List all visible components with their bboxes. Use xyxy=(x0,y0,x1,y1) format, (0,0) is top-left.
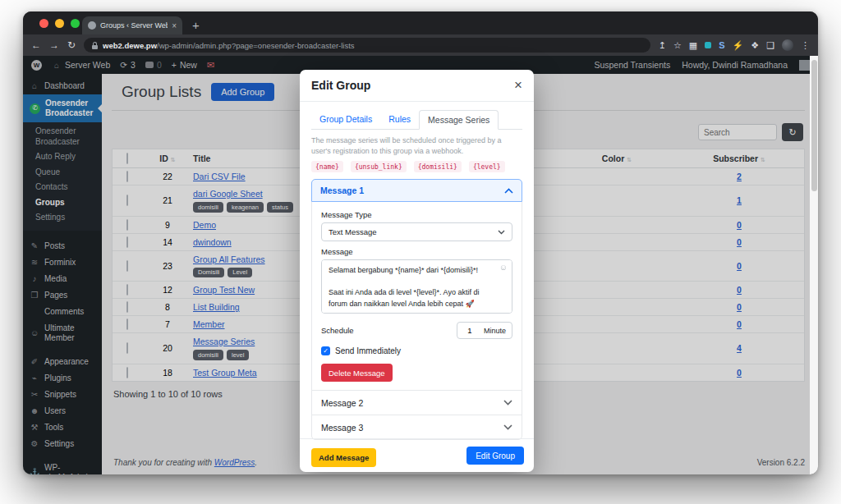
modal-body: Group Details Rules Message Series The m… xyxy=(300,102,534,438)
tab-message-series[interactable]: Message Series xyxy=(419,110,499,130)
extension-s-icon[interactable]: S xyxy=(719,40,724,50)
message-type-label: Message Type xyxy=(321,210,512,219)
tag-unsub-link[interactable]: {unsub_link} xyxy=(351,161,407,172)
window-controls xyxy=(39,19,80,28)
placeholder-tags: {name} {unsub_link} {domisili} {level} xyxy=(311,161,522,172)
side-panel-icon[interactable]: ❑ xyxy=(766,40,774,51)
message-2-title: Message 2 xyxy=(321,398,363,408)
chevron-down-icon xyxy=(503,400,512,405)
modal-header: Edit Group × xyxy=(300,70,534,102)
minimize-window-button[interactable] xyxy=(55,19,64,28)
schedule-unit[interactable]: Minute xyxy=(482,327,512,335)
tag-name[interactable]: {name} xyxy=(311,161,343,172)
url-path: /wp-admin/admin.php?page=onesender-broad… xyxy=(157,41,355,50)
modal-title: Edit Group xyxy=(311,79,370,92)
schedule-label: Schedule xyxy=(321,326,354,335)
tab-close-icon[interactable]: × xyxy=(172,21,177,30)
tag-domisili[interactable]: {domisili} xyxy=(414,161,462,172)
message-textarea[interactable]: Selamat bergabung *{name}* dari *{domisi… xyxy=(321,259,512,314)
schedule-control: Minute xyxy=(457,322,512,339)
send-immediately-label: Send Immediately xyxy=(335,346,401,355)
extension-bolt-icon[interactable]: ⚡ xyxy=(733,40,744,51)
tab-favicon-icon xyxy=(88,21,96,30)
tag-level[interactable]: {level} xyxy=(469,161,505,172)
close-icon[interactable]: × xyxy=(514,80,522,91)
browser-tabstrip: Groups ‹ Server Web — WordP × + xyxy=(23,11,818,34)
screen: Groups ‹ Server Web — WordP × + ← → ↻ we… xyxy=(0,0,841,504)
message-1-body: Message Type Text Message Message Selama… xyxy=(312,202,522,390)
new-tab-button[interactable]: + xyxy=(192,19,200,31)
emoji-picker-icon[interactable]: ☺ xyxy=(499,263,508,272)
close-window-button[interactable] xyxy=(39,19,48,28)
profile-avatar[interactable] xyxy=(782,39,793,51)
browser-window: Groups ‹ Server Web — WordP × + ← → ↻ we… xyxy=(23,11,818,474)
message-1-title: Message 1 xyxy=(320,186,364,195)
message-1-header[interactable]: Message 1 xyxy=(311,179,522,202)
series-description: The message series will be scheduled onc… xyxy=(311,135,522,156)
address-bar[interactable]: web2.dewe.pw/wp-admin/admin.php?page=one… xyxy=(84,38,650,53)
scrollbar-thumb[interactable] xyxy=(811,60,817,191)
edit-group-modal: Edit Group × Group Details Rules Message… xyxy=(300,70,534,472)
extension-teal-icon[interactable] xyxy=(705,42,711,48)
chevron-up-icon xyxy=(504,188,513,194)
schedule-value-input[interactable] xyxy=(457,325,482,336)
modal-tabs: Group Details Rules Message Series xyxy=(311,110,522,130)
share-icon[interactable]: ↥ xyxy=(659,40,666,51)
extensions-puzzle-icon[interactable]: ❖ xyxy=(751,40,759,51)
message-3-title: Message 3 xyxy=(321,423,363,433)
check-icon: ✓ xyxy=(323,347,329,355)
message-accordion: Message 1 Message Type Text Message Mess… xyxy=(311,179,522,440)
toolbar-icons: ↥ ☆ ▦ S ⚡ ❖ ❑ ⋮ xyxy=(659,39,810,51)
browser-tab[interactable]: Groups ‹ Server Web — WordP × xyxy=(82,16,182,34)
chevron-down-icon xyxy=(503,424,512,430)
lock-icon[interactable] xyxy=(92,42,98,49)
browser-toolbar: ← → ↻ web2.dewe.pw/wp-admin/admin.php?pa… xyxy=(23,34,818,56)
edit-group-submit-button[interactable]: Edit Group xyxy=(466,447,524,465)
send-immediately-checkbox[interactable]: ✓ xyxy=(321,346,330,355)
chevron-down-icon xyxy=(498,230,505,235)
message-type-select[interactable]: Text Message xyxy=(321,222,512,241)
forward-icon[interactable]: → xyxy=(49,40,59,50)
zoom-window-button[interactable] xyxy=(71,19,80,28)
delete-message-button[interactable]: Delete Message xyxy=(321,364,393,382)
message-type-value: Text Message xyxy=(329,227,377,236)
bookmark-star-icon[interactable]: ☆ xyxy=(673,40,682,51)
tab-group-details[interactable]: Group Details xyxy=(311,110,380,129)
workspaces-grid-icon[interactable]: ▦ xyxy=(689,40,697,51)
modal-footer: Edit Group xyxy=(300,438,534,472)
message-3-header[interactable]: Message 3 xyxy=(312,415,522,439)
menu-dots-icon[interactable]: ⋮ xyxy=(801,40,810,51)
back-icon[interactable]: ← xyxy=(31,40,41,50)
message-2-header[interactable]: Message 2 xyxy=(312,390,522,415)
url-host: web2.dewe.pw xyxy=(103,41,157,50)
tab-title: Groups ‹ Server Web — WordP xyxy=(100,21,168,30)
page-scrollbar[interactable] xyxy=(810,56,818,474)
reload-icon[interactable]: ↻ xyxy=(67,40,76,50)
url-text: web2.dewe.pw/wp-admin/admin.php?page=one… xyxy=(103,41,355,50)
message-label: Message xyxy=(321,247,512,256)
tab-rules[interactable]: Rules xyxy=(380,110,419,129)
